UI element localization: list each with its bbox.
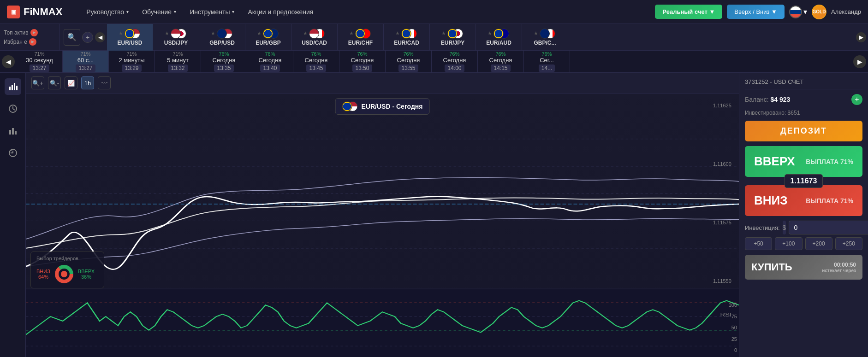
- line-chart-button[interactable]: 📈: [65, 76, 77, 89]
- time-item-today-7[interactable]: 76% Сегодня 14:15: [478, 51, 524, 73]
- asset-list: ★ EUR/USD ★ USD/JPY ★: [107, 24, 854, 51]
- trade-down-button[interactable]: ВНИЗ ВЫПЛАТА 71%: [745, 185, 862, 216]
- trade-up-button[interactable]: ВВЕРХ ВЫПЛАТА 71%: [745, 146, 862, 177]
- rsi-label-75: 75: [713, 314, 737, 319]
- btn-down-label: ВНИЗ: [754, 193, 788, 208]
- star-icon[interactable]: ★: [211, 30, 215, 36]
- time-nav-right-icon[interactable]: ▶: [853, 55, 866, 68]
- asset-nav-left-icon[interactable]: ◀: [95, 32, 105, 42]
- asset-item-eurjpy[interactable]: ★ EUR/JPY: [430, 24, 476, 51]
- asset-name-eurjpy: EUR/JPY: [441, 40, 464, 46]
- trader-down-label: ВНИЗ: [36, 269, 50, 274]
- chart-price-labels: 1.11625 1.11600 1.11575 1.11550: [711, 94, 739, 293]
- sidebar-item-clock[interactable]: [5, 100, 21, 117]
- time-items: 71% 30 секунд 13:27 71% 60 с... 13:27 71…: [17, 51, 851, 73]
- quick-btn-250[interactable]: +250: [835, 237, 862, 250]
- quick-btn-50[interactable]: +50: [745, 237, 772, 250]
- asset-item-eurusd[interactable]: ★ EUR/USD: [107, 24, 153, 51]
- time-pct: 71%: [126, 51, 137, 57]
- nav-item-instruments[interactable]: Инструменты ▾: [184, 6, 240, 18]
- star-icon[interactable]: ★: [165, 30, 169, 36]
- chart-container: EUR/USD - Сегодня: [26, 94, 739, 357]
- asset-item-euraud[interactable]: ★ EUR/AUD: [476, 24, 522, 51]
- sidebar-item-history[interactable]: [5, 145, 21, 161]
- star-icon[interactable]: ★: [349, 30, 354, 36]
- invest-value: $651: [788, 110, 800, 116]
- time-value: 13:45: [306, 64, 326, 72]
- asset-item-gbpusd[interactable]: ★ GBP/USD: [199, 24, 245, 51]
- nav-item-promo[interactable]: Акции и предложения: [242, 6, 319, 18]
- asset-item-usdcad[interactable]: ★ USD/CAD: [291, 24, 338, 51]
- flag-gb-icon: [540, 29, 550, 39]
- real-account-button[interactable]: Реальный счет ▼: [655, 5, 722, 19]
- nav-menu: Руководство ▾ Обучение ▾ Инструменты ▾ А…: [81, 6, 319, 18]
- nav-item-education[interactable]: Обучение ▾: [137, 6, 182, 18]
- flag-eu-icon: [355, 29, 365, 39]
- time-item-today-8[interactable]: 76% Сег... 14...: [524, 51, 570, 73]
- asset-nav-right-icon[interactable]: ▶: [856, 32, 866, 42]
- time-value: 13:40: [260, 64, 279, 72]
- trader-down-pct: 64%: [38, 274, 48, 280]
- account-id: 3731252 - USD СЧЕТ: [745, 78, 862, 89]
- deposit-button[interactable]: ДЕПОЗИТ: [745, 121, 862, 141]
- time-item-30s[interactable]: 71% 30 секунд 13:27: [17, 51, 63, 73]
- nav-item-guide[interactable]: Руководство ▾: [81, 6, 134, 18]
- asset-item-gbpcad[interactable]: ★ GBP/C...: [522, 24, 568, 51]
- time-value: 13:27: [76, 64, 95, 72]
- sidebar-item-chart[interactable]: [5, 78, 21, 95]
- play-icon[interactable]: ▶: [30, 29, 38, 36]
- star-icon[interactable]: ★: [488, 30, 492, 36]
- time-item-60s[interactable]: 71% 60 с... 13:27: [63, 51, 109, 73]
- time-label: 60 с...: [77, 57, 94, 64]
- star-icon[interactable]: ★: [534, 30, 538, 36]
- time-item-today-1[interactable]: 76% Сегодня 13:35: [201, 51, 247, 73]
- asset-item-eurchf[interactable]: ★ EUR/CHF: [338, 24, 384, 51]
- user-name: Александр: [831, 8, 861, 15]
- star-icon[interactable]: ★: [119, 30, 123, 36]
- asset-item-usdjpy[interactable]: ★ USD/JPY: [153, 24, 199, 51]
- star-icon[interactable]: ★: [441, 30, 446, 36]
- quick-btn-100[interactable]: +100: [775, 237, 802, 250]
- logo[interactable]: ▣ FiNMAX: [7, 6, 62, 18]
- asset-name-usdjpy: USD/JPY: [164, 40, 188, 46]
- asset-item-eurgbp[interactable]: ★ EUR/GBP: [245, 24, 291, 51]
- star-icon[interactable]: ★: [257, 30, 262, 36]
- invest-row: Инвестировано: $651: [745, 110, 862, 116]
- invest-amount-input[interactable]: [789, 221, 868, 234]
- up-down-button[interactable]: Вверх / Вниз ▼: [727, 5, 785, 19]
- add-asset-button[interactable]: +: [82, 32, 93, 43]
- time-item-today-5[interactable]: 76% Сегодня 13:55: [386, 51, 432, 73]
- asset-name-eurcad: EUR/CAD: [394, 40, 419, 46]
- time-item-today-6[interactable]: 76% Сегодня 14:00: [432, 51, 478, 73]
- add-funds-button[interactable]: +: [851, 94, 862, 105]
- search-button[interactable]: 🔍: [64, 29, 80, 46]
- wave-button[interactable]: 〰: [98, 76, 111, 89]
- star-icon[interactable]: ★: [303, 30, 308, 36]
- time-pct: 76%: [403, 51, 413, 57]
- zoom-out-button[interactable]: 🔍-: [48, 76, 61, 89]
- quick-btn-200[interactable]: +200: [805, 237, 832, 250]
- svg-rect-1: [12, 85, 13, 90]
- time-item-today-3[interactable]: 76% Сегодня 13:45: [293, 51, 339, 73]
- play-icon-favorites[interactable]: ▶: [29, 38, 36, 46]
- countdown-timer: 00:00:50: [834, 262, 856, 268]
- buy-button[interactable]: КУПИТЬ 00:00:50 истекает через: [745, 255, 862, 280]
- language-selector[interactable]: ▾: [789, 6, 807, 18]
- time-nav-left-icon[interactable]: ◀: [2, 55, 15, 68]
- zoom-in-button[interactable]: 🔍+: [31, 76, 44, 89]
- star-icon[interactable]: ★: [395, 30, 400, 36]
- expires-label: истекает через: [822, 268, 856, 273]
- logo-text: FiNMAX: [24, 6, 62, 18]
- asset-item-eurcad[interactable]: ★ EUR/CAD: [384, 24, 430, 51]
- svg-rect-5: [9, 130, 11, 135]
- chart-tooltip: EUR/USD - Сегодня: [335, 98, 430, 115]
- time-item-2m[interactable]: 71% 2 минуты 13:29: [109, 51, 155, 73]
- time-item-today-2[interactable]: 76% Сегодня 13:40: [247, 51, 293, 73]
- balance-row: Баланс: $4 923 +: [745, 94, 862, 105]
- trader-bars: ВНИЗ 64% ВВЕРХ 36%: [36, 264, 98, 284]
- time-pct: 71%: [34, 51, 44, 57]
- time-item-today-4[interactable]: 76% Сегодня 13:50: [339, 51, 386, 73]
- timeframe-1h-button[interactable]: 1h: [81, 76, 94, 89]
- time-item-5m[interactable]: 71% 5 минут 13:32: [155, 51, 201, 73]
- sidebar-item-stats[interactable]: [5, 123, 21, 139]
